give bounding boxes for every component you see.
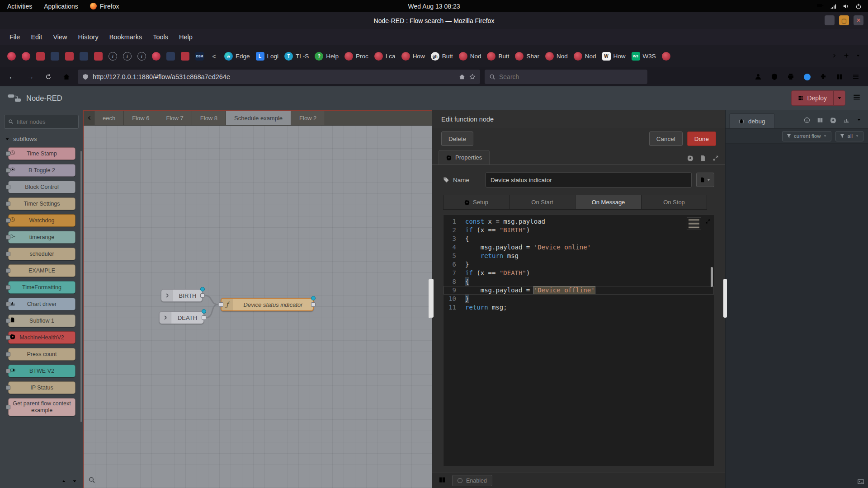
reload-button[interactable] xyxy=(42,70,55,84)
bookmark-star-icon[interactable] xyxy=(469,74,476,80)
delete-button[interactable]: Delete xyxy=(441,131,473,146)
collapse-all-icon[interactable] xyxy=(61,478,66,486)
code-line-1[interactable]: 1const x = msg.payload xyxy=(443,217,714,226)
node-link-in-birth[interactable]: BIRTH xyxy=(161,289,203,302)
filter-all-button[interactable]: all xyxy=(835,131,863,141)
code-line-6[interactable]: 6} xyxy=(443,260,714,269)
url-input[interactable] xyxy=(93,73,455,80)
palette-node-press-count[interactable]: Press count xyxy=(8,348,75,361)
palette-node-time-stamp[interactable]: Time Stamp xyxy=(8,147,75,160)
node-link-in-death[interactable]: DEATH xyxy=(159,311,204,324)
tab-properties[interactable]: Properties xyxy=(439,150,490,164)
expand-editor-icon[interactable] xyxy=(705,218,711,226)
done-button[interactable]: Done xyxy=(687,131,716,146)
menu-history[interactable]: History xyxy=(73,31,104,43)
menu-tools[interactable]: Tools xyxy=(148,31,173,43)
code-line-4[interactable]: 4 msg.payload = 'Device online' xyxy=(443,243,714,252)
bookmark-butt[interactable]: Butt xyxy=(428,50,456,63)
sidebar-options-caret[interactable] xyxy=(856,116,862,124)
palette-node-scheduler[interactable]: scheduler xyxy=(8,248,75,260)
tab-setup[interactable]: Setup xyxy=(443,195,509,210)
flow-tab-flow-7[interactable]: Flow 7 xyxy=(158,111,192,125)
palette-category-subflows[interactable]: subflows xyxy=(0,131,83,145)
deploy-options-caret[interactable] xyxy=(833,91,845,105)
zoom-icon[interactable] xyxy=(88,476,95,485)
close-button[interactable]: ✕ xyxy=(854,15,863,25)
container-icon[interactable] xyxy=(800,70,814,84)
help-icon[interactable] xyxy=(817,117,823,123)
code-line-2[interactable]: 2if (x == "BIRTH") xyxy=(443,226,714,235)
palette-filter[interactable] xyxy=(4,115,79,129)
bookmark-info[interactable] xyxy=(135,50,149,63)
enabled-toggle[interactable]: Enabled xyxy=(452,475,492,486)
tab-on-stop[interactable]: On Stop xyxy=(641,195,707,210)
flow-canvas[interactable]: BIRTH ƒ Device status indicator DEATH xyxy=(84,126,432,488)
chart-icon[interactable] xyxy=(843,117,849,123)
debug-messages[interactable] xyxy=(726,144,868,488)
tab-on-start[interactable]: On Start xyxy=(509,195,575,210)
bookmark-i-ca[interactable]: I ca xyxy=(372,50,398,63)
console-icon[interactable] xyxy=(858,479,864,485)
bookmark-red-doc[interactable] xyxy=(178,50,192,63)
cancel-button[interactable]: Cancel xyxy=(649,131,683,146)
code-line-9[interactable]: 9 msg.payload = 'Device offline' xyxy=(443,286,714,295)
bookmark-info[interactable] xyxy=(120,50,134,63)
main-menu-icon[interactable] xyxy=(853,93,861,103)
applications-menu[interactable]: Applications xyxy=(44,3,78,10)
bookmark-nod[interactable]: Nod xyxy=(542,50,571,63)
bookmark-angle[interactable] xyxy=(207,50,221,63)
palette-node-ip-status[interactable]: IP Status xyxy=(8,381,75,394)
output-port[interactable] xyxy=(200,293,205,298)
appearance-icon[interactable] xyxy=(712,155,719,161)
palette-node-timeformatting[interactable]: TimeFormatting xyxy=(8,281,75,294)
flow-tab-eech[interactable]: eech xyxy=(94,111,124,125)
flow-tab-flow-8[interactable]: Flow 8 xyxy=(192,111,226,125)
bookmark-proc[interactable]: Proc xyxy=(342,50,371,63)
bookmark-dark-doc[interactable] xyxy=(164,50,178,63)
menu-help[interactable]: Help xyxy=(174,31,198,43)
palette-node-machinehealthv2[interactable]: MachineHealthV2 xyxy=(8,331,75,344)
tab-on-message[interactable]: On Message xyxy=(575,195,641,210)
palette-node-b-toggle-2[interactable]: B Toggle 2 xyxy=(8,164,75,177)
sidebar-resize-grip[interactable] xyxy=(723,279,727,318)
tab-debug[interactable]: debug xyxy=(729,113,775,128)
node-settings-icon[interactable] xyxy=(687,155,693,161)
add-icon[interactable] xyxy=(844,53,849,60)
minimap[interactable] xyxy=(687,217,701,230)
bookmark-raspberry[interactable] xyxy=(149,50,163,63)
bookmark-red-doc[interactable] xyxy=(33,50,47,63)
flow-tab-flow-2[interactable]: Flow 2 xyxy=(291,111,325,125)
bookmark-red-doc[interactable] xyxy=(62,50,76,63)
config-icon[interactable] xyxy=(830,117,836,123)
name-input[interactable] xyxy=(486,172,692,188)
editor-scrollbar[interactable] xyxy=(711,267,713,287)
forward-button[interactable]: → xyxy=(24,70,37,84)
bookmark-info[interactable] xyxy=(106,50,120,63)
flow-tab-flow-6[interactable]: Flow 6 xyxy=(124,111,158,125)
label-settings-button[interactable] xyxy=(696,173,714,187)
back-button[interactable]: ← xyxy=(5,70,19,84)
chevron-down-icon[interactable] xyxy=(855,53,861,60)
search-input[interactable] xyxy=(499,73,643,80)
filter-current-flow-button[interactable]: current flow xyxy=(782,131,831,141)
printer-icon[interactable] xyxy=(784,70,797,84)
bookmark-tl-s[interactable]: TL-S xyxy=(282,50,311,63)
bookmark-raspberry[interactable] xyxy=(5,50,19,63)
clock[interactable]: Wed Aug 13 08:23 xyxy=(408,3,460,10)
url-bar[interactable] xyxy=(78,70,480,84)
code-line-8[interactable]: 8{ xyxy=(443,277,714,286)
palette-node-timerange[interactable]: timerange xyxy=(8,231,75,244)
palette-node-block-control[interactable]: Block Control xyxy=(8,181,75,193)
bookmark-edge[interactable]: Edge xyxy=(222,50,253,63)
extensions-icon[interactable] xyxy=(816,70,830,84)
power-icon[interactable] xyxy=(855,3,862,9)
account-icon[interactable] xyxy=(751,70,765,84)
bookmark-how[interactable]: How xyxy=(399,50,428,63)
description-icon[interactable] xyxy=(700,155,706,161)
maximize-button[interactable]: ▢ xyxy=(839,15,849,25)
palette-scrollbar[interactable] xyxy=(80,151,82,422)
code-line-11[interactable]: 11return msg; xyxy=(443,303,714,312)
code-line-10[interactable]: 10} xyxy=(443,295,714,303)
library-icon[interactable] xyxy=(833,70,846,84)
activities-button[interactable]: Activities xyxy=(7,3,32,10)
